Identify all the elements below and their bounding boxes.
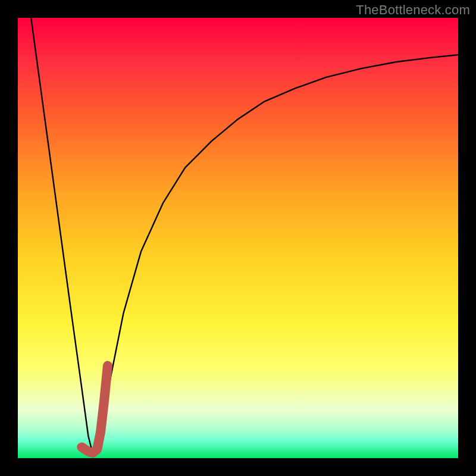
watermark-text: TheBottleneck.com xyxy=(356,2,470,18)
plot-area xyxy=(18,18,458,458)
accent-segment xyxy=(82,366,108,453)
chart-svg xyxy=(18,18,458,458)
bottleneck-curve xyxy=(31,18,458,454)
chart-frame: TheBottleneck.com xyxy=(0,0,476,476)
